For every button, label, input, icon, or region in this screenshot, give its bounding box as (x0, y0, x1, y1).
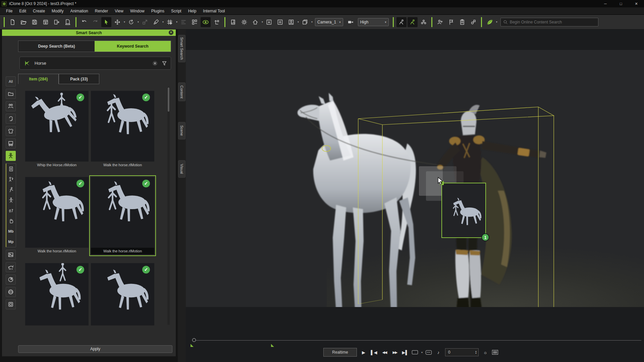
visibility-eye-icon[interactable] (201, 17, 211, 27)
quality-select[interactable]: High▾ (358, 18, 389, 26)
undo-icon[interactable] (79, 17, 89, 27)
motion-run-icon[interactable] (7, 185, 15, 194)
tab-item-results[interactable]: Item (284) (18, 74, 59, 84)
character-frame-icon[interactable] (286, 17, 296, 27)
panel-close-icon[interactable]: ✕ (169, 30, 173, 35)
clipboard-icon[interactable] (457, 17, 467, 27)
tab-deep-search[interactable]: Deep Search (Beta) (18, 41, 95, 52)
motion-director-icon[interactable] (419, 17, 429, 27)
motion-item[interactable]: ✓ Whip the Horse.rlMotion (25, 263, 89, 325)
side-tab-scene[interactable]: Scene (178, 122, 185, 139)
frame-spinner[interactable]: ▲▼ (475, 350, 477, 354)
motion-item[interactable]: ✓ Walk the horse.rlMotion (91, 263, 154, 325)
menu-animation[interactable]: Animation (67, 7, 91, 14)
playhead[interactable] (192, 338, 196, 342)
motion-file-icon[interactable] (7, 165, 15, 173)
timeline-track[interactable] (193, 340, 641, 341)
menu-script[interactable]: Script (168, 7, 185, 14)
menu-render[interactable]: Render (92, 7, 111, 14)
close-button[interactable]: ✕ (629, 0, 644, 7)
import-content-icon[interactable] (264, 17, 274, 27)
pose-a-icon[interactable] (396, 17, 407, 27)
cloth-icon[interactable] (6, 126, 16, 136)
mb-icon[interactable]: Mb (7, 227, 15, 236)
accessory-icon[interactable] (6, 138, 16, 148)
menu-create[interactable]: Create (30, 7, 48, 14)
maximize-button[interactable]: □ (613, 0, 629, 7)
link-tool-icon[interactable] (151, 17, 161, 27)
camcorder-icon[interactable] (345, 17, 356, 27)
export-usb-icon[interactable] (63, 17, 73, 27)
mp-icon[interactable]: Mp (7, 237, 15, 246)
animal-icon[interactable] (6, 262, 16, 272)
pivot-edit-icon[interactable] (212, 17, 222, 27)
add-actor-icon[interactable] (435, 17, 445, 27)
rotate-caret-icon[interactable]: ▾ (138, 20, 139, 23)
dialog-icon[interactable]: ••• (426, 350, 432, 355)
material-icon[interactable] (6, 299, 16, 309)
home-view-icon[interactable] (250, 17, 260, 27)
motion-category-icon[interactable] (6, 151, 16, 161)
motion-item[interactable]: ✓ Whip the Horse.rlMotion (25, 91, 89, 168)
apply-button[interactable]: Apply (18, 345, 172, 353)
pie-icon[interactable] (6, 275, 16, 285)
constraint-icon[interactable] (468, 17, 478, 27)
actors-icon[interactable] (6, 101, 16, 111)
motion-item-selected[interactable]: ✓ Walk the horse.rlMotion (91, 177, 154, 254)
timeline-settings-icon[interactable]: ☼ (482, 350, 489, 355)
menu-help[interactable]: Help (185, 7, 200, 14)
snap-tool-icon[interactable] (165, 17, 175, 27)
rotate-tool-icon[interactable] (126, 17, 136, 27)
previous-frame-button[interactable]: ◀◀ (381, 350, 388, 355)
filter-icon[interactable] (161, 60, 167, 66)
snap-caret-icon[interactable]: ▾ (176, 20, 177, 23)
motion-item[interactable]: ✓ Walk the horse.rlMotion (91, 91, 154, 168)
viewport[interactable]: + 1 Realtime ▶ ▌◀ ◀◀ ▶▶ ▶▌ ▾ ••• ♪ 0 (186, 29, 644, 362)
minimize-button[interactable]: ─ (598, 0, 613, 7)
motion-star-icon[interactable] (7, 175, 15, 184)
head-icon[interactable] (6, 114, 16, 124)
reallusion-leaf-icon[interactable] (485, 17, 495, 27)
layers-icon[interactable] (300, 17, 310, 27)
sphere-icon[interactable] (6, 287, 16, 297)
save-project-icon[interactable] (30, 17, 40, 27)
menu-file[interactable]: File (3, 7, 16, 14)
online-search-input[interactable]: Begin Online Content Search (500, 18, 598, 26)
camera-select[interactable]: Camera_1▾ (315, 18, 343, 26)
audio-note-icon[interactable]: ♪ (435, 350, 442, 355)
category-all-button[interactable]: All (6, 76, 16, 86)
open-project-icon[interactable] (18, 17, 29, 27)
timeline-panel-icon[interactable] (492, 350, 498, 355)
layers-caret-icon[interactable]: ▾ (311, 20, 313, 23)
range-start-marker[interactable] (191, 344, 194, 347)
leaf-caret-icon[interactable]: ▾ (496, 20, 497, 23)
play-button[interactable]: ▶ (360, 350, 367, 355)
grid-scrollbar-thumb[interactable] (168, 87, 169, 112)
tab-keyword-search[interactable]: Keyword Search (95, 41, 171, 52)
next-frame-button[interactable]: ▶▶ (391, 350, 398, 355)
menu-window[interactable]: Window (127, 7, 148, 14)
motion-item[interactable]: ✓ Walk the horse.rlMotion (25, 177, 89, 254)
menu-internal-tool[interactable]: Internal Tool (200, 7, 228, 14)
move-tool-icon[interactable] (112, 17, 122, 27)
home-caret-icon[interactable]: ▾ (262, 20, 263, 23)
tab-pack-results[interactable]: Pack (33) (59, 74, 99, 84)
frame-number-input[interactable]: 0 ▲▼ (445, 348, 479, 356)
menu-edit[interactable]: Edit (16, 7, 30, 14)
flag-icon[interactable] (446, 17, 456, 27)
link-caret-icon[interactable]: ▾ (162, 20, 164, 23)
add-content-icon[interactable] (275, 17, 285, 27)
clear-search-icon[interactable] (152, 60, 158, 66)
side-tab-smart-search[interactable]: Smart Search (178, 35, 185, 62)
render-area[interactable]: + 1 (186, 50, 644, 307)
loop-range-icon[interactable] (412, 350, 418, 354)
side-tab-content[interactable]: Content (178, 82, 185, 101)
menu-plugins[interactable]: Plugins (148, 7, 168, 14)
realtime-button[interactable]: Realtime (323, 348, 357, 357)
scene-manager-icon[interactable] (190, 17, 200, 27)
grid-scrollbar[interactable] (167, 87, 170, 325)
new-project-icon[interactable] (7, 17, 17, 27)
light-icon[interactable] (239, 17, 249, 27)
pose-b-icon[interactable] (408, 17, 418, 27)
keyword-search-input[interactable]: Horse (19, 57, 171, 70)
